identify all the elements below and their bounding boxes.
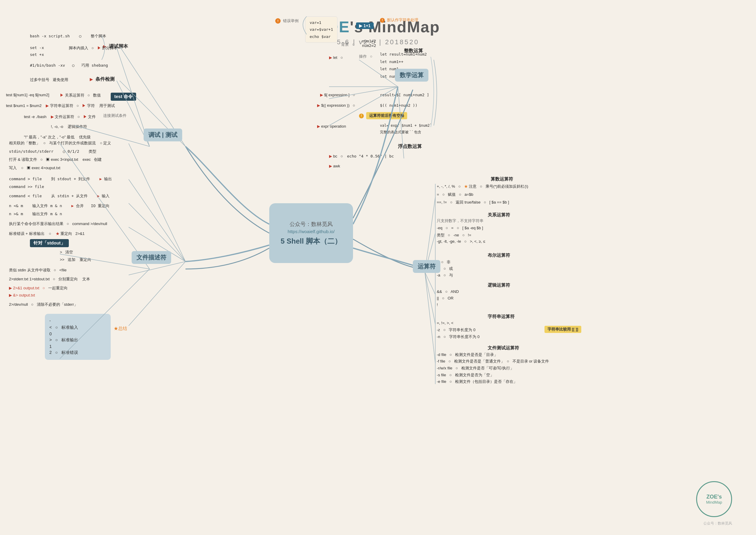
svg-line-23 [129,262,186,326]
double-paren-result: $(( num1+num2 )) [380,103,417,108]
fd-def: 相关联的「整数」 ○ 与某个打开的文件或数据流 ○ 定义 [9,140,111,146]
str-z: -z ○ 字符串长度为 0 [437,327,475,333]
let-label: ▶ let ○ [329,55,343,60]
together2: ▶ &> output.txt [9,293,35,297]
str-op-item: test $num1 = $num2 ▶ 字符串运算符 ○ ▶ 字符 用于测试 [6,103,115,108]
test-cmd-box: test 命令 [111,93,136,101]
center-node: 公众号：数林觅风 https://woaielf.github.io/ 5 Sh… [269,203,353,263]
rel-gt-lt: -gt, -lt, -ge, -le ○ >, <, ≥, ≤ [437,239,485,243]
branch-file-desc: 文件描述符 [132,251,171,264]
dollar-bracket-label: ▶ $[ expression ] ○ [320,93,355,97]
separate-redir: 2>stderr.txt 1>stdout.txt ○ 分别重定向 文本 [9,276,90,282]
fd-exec2: 写入 ○ ▣ exec 4>ouput.txt [9,165,60,171]
svg-line-12 [425,272,435,363]
let-op-label: 操作 ○ [359,54,373,59]
logo-bottom-right: ZOE's MindMap [696,481,732,517]
logic-not: ! [437,302,438,307]
str-compare-box: 字符串比较用 [[ ]] [544,326,581,333]
file-e: -e file ○ 检测文件（包括目录）是否「存在」 [437,379,517,384]
file-s: -s file ○ 检测文件是否为「空」 [437,372,494,378]
branch-math: 数学运算 [395,69,428,82]
cmd-input: command < file 从 stdin + 从文件 ▶ 输入 [9,193,109,199]
debug-item-3: set +x [30,52,44,57]
center-label3: 5 Shell 脚本（二） [281,237,342,246]
rel-eq: -eq ○ = ○ [ $a -eq $b ] [437,226,483,230]
center-label1: 公众号：数林觅风 [289,221,333,228]
float-label: 浮点数运算 [398,143,422,150]
bg-vars: num1=2num2=2 [362,39,376,48]
svg-line-10 [425,272,435,295]
branch-debug: 调试 | 测试 [144,128,182,141]
arith-title: 算数运算符 [491,176,513,182]
cmd-output1: command > file 到 stdout + 到文件 ▶ 输出 [9,176,112,182]
rel-title: 关系运算符 [488,212,510,218]
rel-note: 只支持数字，不支持字符串 [437,218,483,224]
debug-item-desc: 脚本内插入 ○ ▶ 部分脚本 [69,45,118,51]
fd-exec1: 打开 & 读取文件 ○ ▣ exec 3<input.txt exec 创建 [9,157,102,162]
arith-assign: = ○ 赋值 ○ a=$b [437,192,473,197]
logic-or: || ○ OR [437,296,454,300]
warning-box: ! 运算符前后要有空格 [359,112,407,119]
avoid-label: 过多中括号 避免使用 [30,77,68,82]
redir-label: 标准错误 + 标准输出 ○ ★ 重定向 2>&1 [9,231,85,237]
file-test-title: 文件测试运算符 [488,345,519,351]
arith-ops: +, -, *, /, % ○ ★ 注意 ○ 乘号(*)前必须加反斜杠(\) [437,184,528,189]
error-code-block: var=1var=$var+1echo $var [305,16,338,43]
plus1-box: ▶ 1+1 [356,22,374,29]
connect-cond: 连接测试条件 [103,113,127,118]
rel-ne: 类型 ○ -ne ○ != [437,233,471,238]
dev-null: 执行某个命令但不显示输出结果 ○ command >/dev/null [9,221,107,227]
expr-items: val=`expr $num1 + $num2` 完整的表达式要被 ` ` 包含 [380,123,432,135]
svg-line-19 [129,179,186,262]
stdin-read: 类似 stdin 从文件中读取 ○ <file [9,268,66,273]
str-op-title: 字符串运算符 [488,314,515,320]
svg-line-11 [425,272,435,324]
arith-compare: ==, != ○ 返回 true/false ○ [ $a == $b ] [437,200,509,205]
logo-text: ZOE's [706,494,722,500]
debug-item-1: bash -x script.sh ○ 整个脚本 [30,34,106,39]
awk-label: ▶ awk [329,164,340,168]
file-rwx: -r/w/x file ○ 检测文件是否「可读/写/执行」 [437,366,514,371]
svg-line-18 [129,143,186,262]
rel-op-desc: ▶ 关系运算符 ○ 数值 [60,93,101,98]
file-d: -d file ○ 检测文件是否是「目录」 [437,352,498,357]
math-error-label: ! 错误举例 [275,18,299,24]
center-label2: https://woaielf.github.io/ [288,229,335,234]
default-str-label: ! 默认作字符串处理 [380,17,418,23]
str-n: -n ○ 字符串长度不为 0 [437,334,480,340]
cmd-output2: command >> file [9,184,44,189]
str-ops: =, !=, >, < [437,321,454,325]
bool-and: -a ○ 与 [437,272,453,278]
bc-result: echo "4 * 0.56" | bc [347,154,394,158]
file-f: -f file ○ 检测文件是否是「普通文件」 ○ 不是目录 or 设备文件 [437,359,549,364]
bool-title: 布尔运算符 [488,253,510,258]
logic-and: && ○ AND [437,289,459,294]
double-paren-label: ▶ $(( expression )) ○ [317,103,355,108]
file-op-item: test -e ./bash ▶ 文件运算符 ○ ▶ 文件 [24,114,96,120]
logic-op-item: !, -o, -o 逻辑操作符 [51,124,87,129]
stdout-box: 针对「stdout」 [30,239,69,247]
bc-label: ▶ bc ○ [329,154,343,158]
summary-star-label: ★总结 [114,326,127,331]
rel-op-label: test $[num1] -eq $[num2] [6,93,49,97]
priority-item: "!" 最高，"-a" 次之，"-o" 最低 优先级 [24,134,91,140]
condition-label: ▶ 条件检测 [90,76,115,82]
bg-label: 背景 ○ [341,42,354,47]
dollar-bracket-result: result=$[ num1+num2 ] [380,93,429,97]
debug-item-2: set -x [30,45,44,50]
summary-box: - < ○ 标准输入 0 > ○ 标准输出 1 2 ○ 标准错误 [45,314,111,360]
together1: ▶ 2>&1 output.txt ○ 一起重定向 [9,285,68,291]
branch-operators: 运算符 [413,260,440,273]
redir-append: >> 追加 重定向 [60,257,91,263]
remove-stderr: 2>/dev/null ○ 清除不必要的「stderr」 [9,302,78,307]
logic-title: 逻辑运算符 [488,282,510,288]
expr-label: ▶ expr operation [317,124,346,128]
redir-clear: > 清空 [60,250,73,255]
merge2: n >& m 输出文件 m & n [9,211,62,217]
debug-item-4: #1/bin/bash -xv ○ 巧用 shebang [30,63,108,68]
fd-type: stdin/stdout/stderr ○ 0/1/2 类型 [9,149,96,154]
copyright: 公众号：数林觅风 [703,521,732,526]
merge1: n <& m 输入文件 m & n ▶ 合并 IO 重定向 [9,203,109,209]
logo-sub: MindMap [706,500,722,504]
